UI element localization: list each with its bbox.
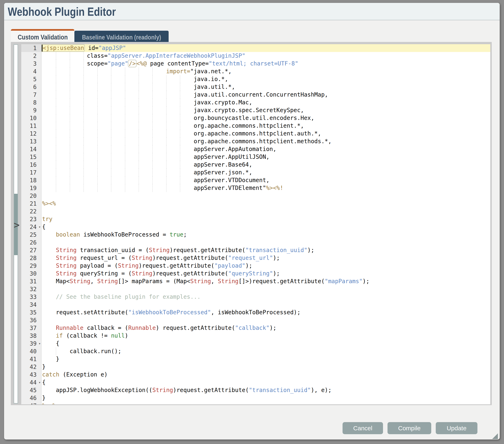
code-line[interactable]: 46}: [21, 394, 490, 402]
code-line[interactable]: 29 String payload = (String)request.getA…: [21, 262, 490, 270]
code-line[interactable]: 4 import="java.net.*,: [21, 68, 490, 75]
line-number[interactable]: 29: [21, 262, 41, 270]
code-line[interactable]: 6 java.util.*,: [21, 83, 490, 91]
line-number[interactable]: 3: [21, 60, 41, 68]
code-line[interactable]: 7 java.util.concurrent.ConcurrentHashMap…: [21, 91, 490, 99]
line-number[interactable]: 32: [21, 285, 41, 293]
fold-arrow-icon[interactable]: ▾: [39, 342, 41, 346]
fold-arrow-icon[interactable]: ▾: [39, 380, 41, 385]
line-number[interactable]: 33: [21, 293, 41, 301]
panel-expand-chevron-icon[interactable]: >: [14, 219, 22, 231]
code-line[interactable]: 12 org.apache.commons.httpclient.auth.*,: [21, 130, 490, 137]
code-line[interactable]: 2 class="appServer.AppInterfaceWebhookPl…: [21, 52, 490, 60]
code-line[interactable]: 32: [21, 285, 490, 293]
code-line[interactable]: 3 scope="page"/><%@ page contentType="te…: [21, 60, 490, 68]
line-number[interactable]: 23: [21, 215, 41, 223]
code-line[interactable]: 39▾ {: [21, 340, 490, 347]
update-button[interactable]: Update: [436, 422, 477, 434]
code-line[interactable]: 45 appJSP.logWebhookException((String)re…: [21, 386, 490, 394]
line-number[interactable]: 8: [21, 99, 41, 106]
line-number[interactable]: 34: [21, 301, 41, 309]
code-line[interactable]: 20: [21, 192, 490, 200]
line-number[interactable]: 12: [21, 130, 41, 137]
line-number[interactable]: 38: [21, 332, 41, 340]
code-line[interactable]: 37 Runnable callback = (Runnable) reques…: [21, 324, 490, 332]
code-line[interactable]: 44▾{: [21, 379, 490, 386]
line-number[interactable]: 20: [21, 192, 41, 200]
line-number[interactable]: 2: [21, 52, 41, 60]
line-number[interactable]: 18: [21, 176, 41, 184]
line-number[interactable]: 37: [21, 324, 41, 332]
line-number[interactable]: 39▾: [21, 340, 41, 347]
line-number[interactable]: 14: [21, 145, 41, 153]
code-line[interactable]: 41 }: [21, 355, 490, 363]
line-number[interactable]: 15: [21, 153, 41, 161]
line-number[interactable]: 46: [21, 394, 41, 402]
code-line[interactable]: 11 org.apache.commons.httpclient.*,: [21, 122, 490, 130]
line-number[interactable]: 26: [21, 239, 41, 246]
code-line[interactable]: 1<jsp:useBean id="appJSP": [21, 44, 490, 52]
code-line[interactable]: 47%><%: [21, 402, 490, 404]
code-line[interactable]: 25 boolean isWebhookToBeProcessed = true…: [21, 231, 490, 239]
line-number[interactable]: 35: [21, 309, 41, 316]
code-line[interactable]: 34: [21, 301, 490, 309]
line-number[interactable]: 5: [21, 75, 41, 83]
code-line[interactable]: 38 if (callback != null): [21, 332, 490, 340]
line-number[interactable]: 17: [21, 169, 41, 176]
code-line[interactable]: 15 appServer.AppUtilJSON,: [21, 153, 490, 161]
line-number[interactable]: 40: [21, 347, 41, 355]
code-area[interactable]: 1<jsp:useBean id="appJSP"2 class="appSer…: [21, 44, 490, 404]
line-number[interactable]: 11: [21, 122, 41, 130]
code-line[interactable]: 22: [21, 208, 490, 215]
line-number[interactable]: 45: [21, 386, 41, 394]
resize-handle-icon[interactable]: [492, 433, 498, 439]
fold-arrow-icon[interactable]: ▾: [39, 225, 41, 229]
line-number[interactable]: 47: [21, 402, 41, 404]
code-line[interactable]: 19 appServer.VTDElement"%><%!: [21, 184, 490, 192]
line-number[interactable]: 1: [21, 44, 41, 52]
line-number[interactable]: 43: [21, 371, 41, 379]
line-number[interactable]: 19: [21, 184, 41, 192]
code-line[interactable]: 30 String queryString = (String)request.…: [21, 270, 490, 277]
code-line[interactable]: 17 appServer.json.*,: [21, 169, 490, 176]
code-line[interactable]: 42}: [21, 363, 490, 371]
line-number[interactable]: 31: [21, 277, 41, 285]
line-number[interactable]: 25: [21, 231, 41, 239]
line-number[interactable]: 22: [21, 208, 41, 215]
code-line[interactable]: 24▾{: [21, 223, 490, 231]
line-number[interactable]: 4: [21, 68, 41, 75]
code-line[interactable]: 35 request.setAttribute("isWebhookToBePr…: [21, 309, 490, 316]
code-line[interactable]: 40 callback.run();: [21, 347, 490, 355]
line-number[interactable]: 44▾: [21, 379, 41, 386]
line-number[interactable]: 16: [21, 161, 41, 169]
code-line[interactable]: 31 Map<String, String[]> mapParams = (Ma…: [21, 277, 490, 285]
code-line[interactable]: 9 javax.crypto.spec.SecretKeySpec,: [21, 106, 490, 114]
code-line[interactable]: 27 String transaction_uuid = (String)req…: [21, 246, 490, 254]
line-number[interactable]: 41: [21, 355, 41, 363]
line-number[interactable]: 30: [21, 270, 41, 277]
code-line[interactable]: 21%><%: [21, 200, 490, 208]
code-line[interactable]: 33 // See the baseline plugin for exampl…: [21, 293, 490, 301]
code-line[interactable]: 36: [21, 316, 490, 324]
line-number[interactable]: 24▾: [21, 223, 41, 231]
line-number[interactable]: 27: [21, 246, 41, 254]
code-line[interactable]: 13 org.apache.commons.httpclient.methods…: [21, 137, 490, 145]
tab-custom-validation[interactable]: Custom Validation: [11, 29, 74, 44]
line-number[interactable]: 7: [21, 91, 41, 99]
code-line[interactable]: 16 appServer.Base64,: [21, 161, 490, 169]
code-line[interactable]: 23try: [21, 215, 490, 223]
line-number[interactable]: 36: [21, 316, 41, 324]
code-line[interactable]: 26: [21, 239, 490, 246]
line-number[interactable]: 10: [21, 114, 41, 122]
compile-button[interactable]: Compile: [388, 422, 431, 434]
code-line[interactable]: 8 javax.crypto.Mac,: [21, 99, 490, 106]
code-line[interactable]: 14 appServer.AppAutomation,: [21, 145, 490, 153]
cancel-button[interactable]: Cancel: [342, 422, 383, 434]
code-line[interactable]: 28 String request_url = (String)request.…: [21, 254, 490, 262]
code-line[interactable]: 18 appServer.VTDDocument,: [21, 176, 490, 184]
code-line[interactable]: 43catch (Exception e): [21, 371, 490, 379]
line-number[interactable]: 21: [21, 200, 41, 208]
line-number[interactable]: 6: [21, 83, 41, 91]
code-line[interactable]: 10 org.bouncycastle.util.encoders.Hex,: [21, 114, 490, 122]
line-number[interactable]: 9: [21, 106, 41, 114]
